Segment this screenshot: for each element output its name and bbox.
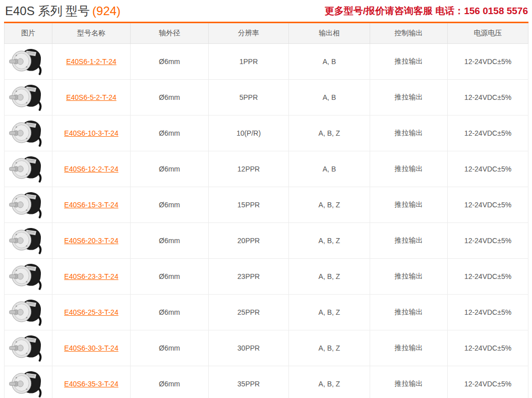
output-phase-cell: A, B, Z <box>289 295 370 330</box>
model-link[interactable]: E40S6-23-3-T-24 <box>64 272 118 280</box>
model-link[interactable]: E40S6-15-3-T-24 <box>64 201 118 209</box>
shaft-diameter-cell: Ø6mm <box>131 187 209 223</box>
output-phase-cell: A, B, Z <box>289 259 370 295</box>
table-row: E40S6-12-2-T-24 Ø6mm 12PPR A, B 推拉输出 12-… <box>5 151 528 187</box>
shaft-diameter-cell: Ø6mm <box>131 44 209 80</box>
model-link[interactable]: E40S6-12-2-T-24 <box>64 165 118 173</box>
rotary-encoder-photo[interactable] <box>8 226 48 254</box>
rotary-encoder-photo[interactable] <box>8 119 48 147</box>
table-row: E40S6-15-3-T-24 Ø6mm 15PPR A, B, Z 推拉输出 … <box>5 187 528 223</box>
output-phase-cell: A, B, Z <box>289 223 370 259</box>
rotary-encoder-photo[interactable] <box>8 154 48 183</box>
model-link[interactable]: E40S6-35-3-T-24 <box>64 380 118 388</box>
shaft-diameter-cell: Ø6mm <box>131 259 209 295</box>
resolution-cell: 12PPR <box>209 151 289 187</box>
output-phase-cell: A, B, Z <box>289 116 370 151</box>
output-phase-cell: A, B <box>289 151 370 187</box>
model-link[interactable]: E40S6-20-3-T-24 <box>64 237 118 245</box>
table-header-row: 图片 型号名称 轴外径 分辨率 输出相 控制输出 电源电压 <box>5 23 528 44</box>
model-link[interactable]: E40S6-30-3-T-24 <box>64 344 118 352</box>
resolution-cell: 5PPR <box>209 80 289 116</box>
control-output-cell: 推拉输出 <box>370 116 448 151</box>
control-output-cell: 推拉输出 <box>370 44 448 80</box>
resolution-cell: 10(P/R) <box>209 116 289 151</box>
power-voltage-cell: 12-24VDC±5% <box>448 366 528 398</box>
model-name-cell: E40S6-35-3-T-24 <box>52 366 131 398</box>
shaft-diameter-cell: Ø6mm <box>131 366 209 398</box>
shaft-diameter-cell: Ø6mm <box>131 116 209 151</box>
rotary-encoder-photo[interactable] <box>8 298 48 326</box>
rotary-encoder-photo[interactable] <box>8 369 48 397</box>
power-voltage-cell: 12-24VDC±5% <box>448 116 528 151</box>
contact-phone-text: 更多型号/报价请咨询客服 电话：156 0158 5576 <box>325 5 528 18</box>
control-output-cell: 推拉输出 <box>370 223 448 259</box>
rotary-encoder-photo[interactable] <box>8 333 48 362</box>
product-image-cell <box>5 80 52 116</box>
control-output-cell: 推拉输出 <box>370 366 448 398</box>
output-phase-cell: A, B, Z <box>289 366 370 398</box>
rotary-encoder-icon <box>8 83 48 111</box>
table-row: E40S6-10-3-T-24 Ø6mm 10(P/R) A, B, Z 推拉输… <box>5 116 528 151</box>
shaft-diameter-cell: Ø6mm <box>131 151 209 187</box>
product-image-cell <box>5 44 52 80</box>
product-image-cell <box>5 187 52 223</box>
rotary-encoder-icon <box>8 119 48 147</box>
output-phase-cell: A, B, Z <box>289 187 370 223</box>
control-output-cell: 推拉输出 <box>370 80 448 116</box>
product-image-cell <box>5 223 52 259</box>
model-name-cell: E40S6-1-2-T-24 <box>52 44 131 80</box>
power-voltage-cell: 12-24VDC±5% <box>448 187 528 223</box>
model-link[interactable]: E40S6-1-2-T-24 <box>66 58 116 66</box>
rotary-encoder-photo[interactable] <box>8 190 48 218</box>
model-name-cell: E40S6-15-3-T-24 <box>52 187 131 223</box>
col-header-image: 图片 <box>5 23 52 44</box>
table-row: E40S6-35-3-T-24 Ø6mm 35PPR A, B, Z 推拉输出 … <box>5 366 528 398</box>
output-phase-cell: A, B, Z <box>289 330 370 366</box>
col-header-control: 控制输出 <box>370 23 448 44</box>
product-image-cell <box>5 366 52 398</box>
table-row: E40S6-1-2-T-24 Ø6mm 1PPR A, B 推拉输出 12-24… <box>5 44 528 80</box>
rotary-encoder-icon <box>8 262 48 290</box>
model-link[interactable]: E40S6-25-3-T-24 <box>64 308 118 316</box>
control-output-cell: 推拉输出 <box>370 295 448 330</box>
output-phase-cell: A, B <box>289 80 370 116</box>
output-phase-cell: A, B <box>289 44 370 80</box>
shaft-diameter-cell: Ø6mm <box>131 223 209 259</box>
product-image-cell <box>5 330 52 366</box>
series-count: (924) <box>92 4 121 18</box>
model-link[interactable]: E40S6-10-3-T-24 <box>64 129 118 137</box>
models-table: 图片 型号名称 轴外径 分辨率 输出相 控制输出 电源电压 <box>4 22 528 398</box>
rotary-encoder-photo[interactable] <box>8 83 48 111</box>
rotary-encoder-icon <box>8 298 48 326</box>
table-row: E40S6-23-3-T-24 Ø6mm 23PPR A, B, Z 推拉输出 … <box>5 259 528 295</box>
control-output-cell: 推拉输出 <box>370 187 448 223</box>
col-header-shaft: 轴外径 <box>131 23 209 44</box>
table-row: E40S6-5-2-T-24 Ø6mm 5PPR A, B 推拉输出 12-24… <box>5 80 528 116</box>
rotary-encoder-icon <box>8 226 48 254</box>
shaft-diameter-cell: Ø6mm <box>131 330 209 366</box>
rotary-encoder-icon <box>8 369 48 397</box>
resolution-cell: 25PPR <box>209 295 289 330</box>
product-image-cell <box>5 295 52 330</box>
model-name-cell: E40S6-5-2-T-24 <box>52 80 131 116</box>
table-row: E40S6-20-3-T-24 Ø6mm 20PPR A, B, Z 推拉输出 … <box>5 223 528 259</box>
rotary-encoder-photo[interactable] <box>8 262 48 290</box>
resolution-cell: 30PPR <box>209 330 289 366</box>
rotary-encoder-icon <box>8 333 48 362</box>
control-output-cell: 推拉输出 <box>370 259 448 295</box>
series-title-text: E40S 系列 型号 <box>5 4 90 18</box>
col-header-resolution: 分辨率 <box>209 23 289 44</box>
power-voltage-cell: 12-24VDC±5% <box>448 259 528 295</box>
col-header-model: 型号名称 <box>52 23 131 44</box>
model-name-cell: E40S6-10-3-T-24 <box>52 116 131 151</box>
model-name-cell: E40S6-30-3-T-24 <box>52 330 131 366</box>
model-name-cell: E40S6-20-3-T-24 <box>52 223 131 259</box>
power-voltage-cell: 12-24VDC±5% <box>448 295 528 330</box>
model-link[interactable]: E40S6-5-2-T-24 <box>66 93 116 101</box>
rotary-encoder-icon <box>8 154 48 183</box>
rotary-encoder-photo[interactable] <box>8 47 48 75</box>
table-row: E40S6-25-3-T-24 Ø6mm 25PPR A, B, Z 推拉输出 … <box>5 295 528 330</box>
model-name-cell: E40S6-25-3-T-24 <box>52 295 131 330</box>
control-output-cell: 推拉输出 <box>370 151 448 187</box>
power-voltage-cell: 12-24VDC±5% <box>448 44 528 80</box>
